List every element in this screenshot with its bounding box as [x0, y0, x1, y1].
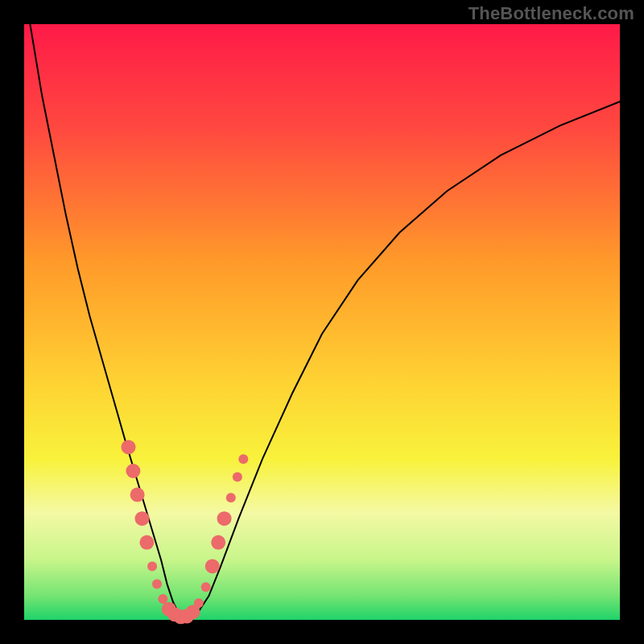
- marker-point: [147, 561, 157, 571]
- marker-point: [152, 580, 162, 589]
- plot-background: [24, 24, 620, 620]
- marker-point: [238, 454, 248, 464]
- marker-point: [122, 440, 136, 454]
- marker-point: [139, 535, 154, 550]
- marker-point: [130, 488, 145, 502]
- marker-point: [217, 511, 232, 526]
- bottleneck-chart: [0, 0, 644, 644]
- marker-point: [233, 472, 242, 481]
- marker-point: [135, 511, 150, 526]
- marker-point: [201, 582, 211, 592]
- marker-point: [205, 559, 220, 573]
- marker-point: [211, 535, 225, 550]
- chart-frame: TheBottleneck.com: [0, 0, 644, 644]
- marker-point: [194, 598, 204, 608]
- marker-point: [226, 493, 236, 502]
- watermark-label: TheBottleneck.com: [469, 3, 634, 24]
- marker-point: [126, 464, 140, 478]
